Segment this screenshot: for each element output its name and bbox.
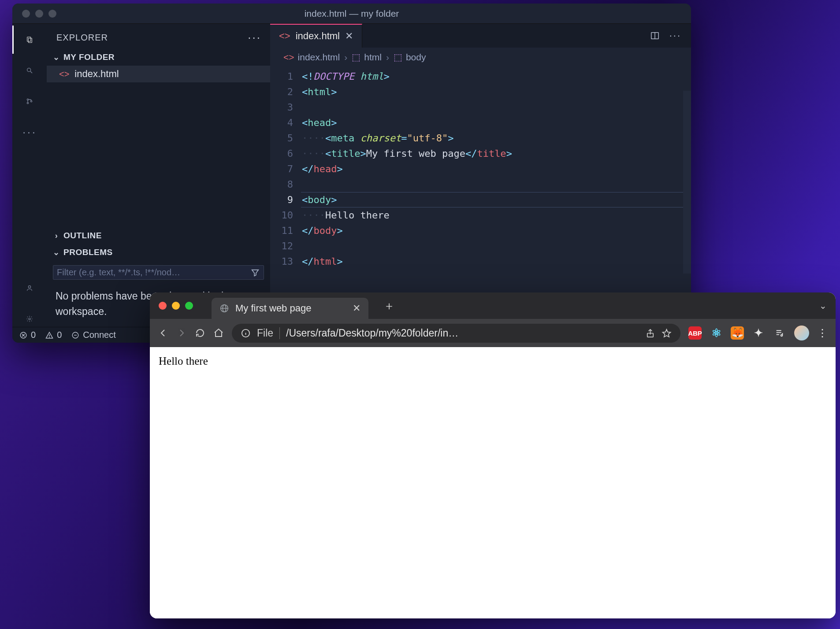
svg-point-6: [30, 100, 32, 102]
tab-list-chevron-icon[interactable]: ⌄: [819, 300, 827, 311]
code-editor[interactable]: 12345678910111213 <!DOCTYPE html><html> …: [270, 67, 691, 274]
reload-button[interactable]: [195, 328, 205, 338]
chevron-down-icon: ⌄: [53, 52, 60, 62]
chevron-down-icon: ⌄: [53, 248, 60, 257]
symbol-icon: ⬚: [352, 52, 361, 63]
status-connect[interactable]: Connect: [71, 330, 116, 340]
vscode-window: index.html — my folder ··· EXPLORE: [12, 4, 691, 343]
vscode-window-title: index.html — my folder: [12, 8, 691, 19]
code-content[interactable]: <!DOCTYPE html><html> <head>····<meta ch…: [302, 69, 691, 269]
outline-label: OUTLINE: [63, 231, 102, 240]
html-file-icon: <>: [283, 52, 294, 63]
close-icon[interactable]: ✕: [345, 30, 353, 42]
ext-abp-icon[interactable]: ABP: [688, 326, 702, 340]
addr-scheme: File: [257, 327, 280, 339]
vscode-titlebar[interactable]: index.html — my folder: [12, 4, 691, 24]
sidebar-title: EXPLORER: [56, 33, 108, 43]
browser-traffic-lights[interactable]: [159, 302, 193, 310]
svg-point-2: [27, 68, 31, 72]
breadcrumb-sep: ›: [344, 52, 347, 63]
status-warnings[interactable]: 0: [45, 330, 62, 340]
address-bar[interactable]: File /Users/rafa/Desktop/my%20folder/in…: [232, 324, 680, 343]
symbol-icon: ⬚: [394, 52, 402, 63]
settings-gear-icon[interactable]: [22, 311, 37, 327]
folder-section[interactable]: ⌄ MY FOLDER: [47, 49, 270, 66]
svg-rect-0: [27, 37, 31, 41]
problems-label: PROBLEMS: [63, 248, 113, 257]
breadcrumb-sep: ›: [386, 52, 389, 63]
filter-icon[interactable]: [250, 268, 260, 278]
bookmark-star-icon[interactable]: [662, 328, 672, 338]
editor-area: <> index.html ✕ ··· <>index.html › ⬚html…: [270, 24, 691, 327]
breadcrumb[interactable]: <>index.html › ⬚html › ⬚body: [270, 48, 691, 67]
more-icon[interactable]: ···: [669, 30, 681, 41]
more-icon[interactable]: ···: [22, 124, 37, 140]
problems-filter[interactable]: [53, 265, 264, 280]
svg-rect-1: [28, 38, 32, 43]
line-gutter: 12345678910111213: [270, 69, 302, 269]
svg-line-3: [30, 71, 32, 73]
new-tab-button[interactable]: ＋: [383, 298, 395, 314]
minimap[interactable]: [683, 91, 691, 274]
breadcrumb-item: ⬚html: [352, 52, 382, 63]
file-name: index.html: [74, 68, 119, 80]
problems-filter-input[interactable]: [57, 267, 250, 278]
outline-section[interactable]: › OUTLINE: [47, 227, 270, 244]
sidebar-more-icon[interactable]: ···: [248, 31, 261, 44]
browser-toolbar: File /Users/rafa/Desktop/my%20folder/in……: [150, 319, 836, 347]
svg-point-4: [27, 99, 28, 100]
site-info-icon[interactable]: [241, 328, 251, 338]
svg-point-15: [49, 337, 50, 337]
html-file-icon: <>: [59, 69, 69, 79]
html-file-icon: <>: [279, 30, 290, 42]
sidebar-header: EXPLORER ···: [47, 24, 270, 49]
svg-point-8: [29, 318, 30, 320]
sidebar: EXPLORER ··· ⌄ MY FOLDER <> index.html ›…: [47, 24, 270, 327]
editor-tab-label: index.html: [296, 30, 340, 42]
ext-metamask-icon[interactable]: 🦊: [731, 326, 744, 340]
close-dot[interactable]: [159, 302, 167, 310]
ext-react-icon[interactable]: ⚛: [710, 326, 723, 340]
browser-viewport: Hello there: [150, 347, 836, 618]
svg-point-5: [27, 102, 28, 104]
svg-point-7: [28, 286, 30, 288]
back-button[interactable]: [158, 328, 168, 338]
editor-tabstrip: <> index.html ✕ ···: [270, 24, 691, 48]
browser-window: My first web page ✕ ＋ ⌄ File /Users/rafa…: [150, 292, 836, 618]
home-button[interactable]: [213, 328, 224, 338]
chevron-right-icon: ›: [53, 231, 60, 240]
forward-button[interactable]: [176, 328, 187, 338]
ext-playlist-icon[interactable]: [773, 326, 786, 340]
folder-name: MY FOLDER: [63, 52, 115, 62]
zoom-dot[interactable]: [185, 302, 193, 310]
ext-extensions-icon[interactable]: ✦: [752, 326, 765, 340]
browser-titlebar[interactable]: My first web page ✕ ＋ ⌄: [150, 292, 836, 319]
editor-actions: ···: [650, 24, 691, 48]
split-editor-icon[interactable]: [650, 31, 660, 41]
account-icon[interactable]: [22, 280, 37, 296]
editor-tab[interactable]: <> index.html ✕: [270, 24, 362, 48]
browser-menu-icon[interactable]: ⋮: [817, 327, 828, 339]
share-icon[interactable]: [645, 328, 655, 338]
file-row[interactable]: <> index.html: [47, 66, 270, 82]
status-errors[interactable]: 0: [19, 330, 36, 340]
activity-bar: ···: [12, 24, 47, 327]
page-body-text: Hello there: [159, 355, 208, 367]
globe-icon: [219, 303, 229, 313]
browser-tab-title: My first web page: [235, 303, 311, 314]
addr-url: /Users/rafa/Desktop/my%20folder/in…: [286, 327, 639, 339]
source-control-icon[interactable]: [22, 93, 37, 109]
close-icon[interactable]: ✕: [353, 303, 361, 314]
breadcrumb-item: ⬚body: [394, 52, 426, 63]
problems-section[interactable]: ⌄ PROBLEMS: [47, 244, 270, 261]
extension-icons: ABP ⚛ 🦊 ✦ ⋮: [688, 326, 828, 340]
breadcrumb-item: <>index.html: [283, 52, 340, 63]
browser-tab[interactable]: My first web page ✕: [212, 298, 368, 319]
profile-avatar[interactable]: [794, 326, 809, 340]
minimize-dot[interactable]: [172, 302, 180, 310]
explorer-icon[interactable]: [22, 32, 37, 48]
search-icon[interactable]: [22, 63, 37, 78]
